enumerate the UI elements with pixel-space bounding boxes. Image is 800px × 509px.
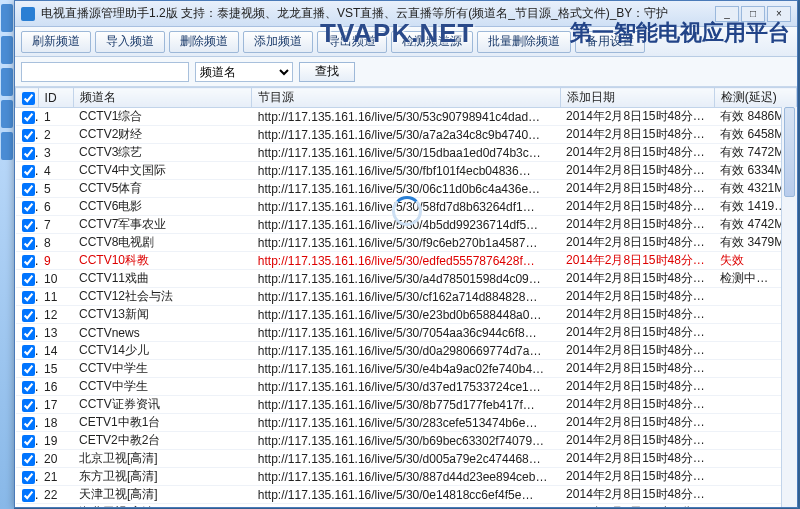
search-input[interactable] [21,62,189,82]
cell-name: CCTV8电视剧 [73,234,252,252]
cell-src: http://117.135.161.16/live/5/30/d76ccb4d… [252,504,560,508]
row-checkbox[interactable] [22,327,35,340]
table-row[interactable]: 23湖北卫视[高清]http://117.135.161.16/live/5/3… [16,504,797,508]
backup-button[interactable]: 备用设置 [575,31,645,53]
cell-date: 2014年2月8日15时48分20秒 [560,342,714,360]
cell-date: 2014年2月8日15时48分19秒 [560,270,714,288]
table-row[interactable]: 14CCTV14少儿http://117.135.161.16/live/5/3… [16,342,797,360]
cell-date: 2014年2月8日15时48分19秒 [560,180,714,198]
row-checkbox[interactable] [22,165,35,178]
row-checkbox[interactable] [22,201,35,214]
batchdel-button[interactable]: 批量删除频道 [477,31,571,53]
table-row[interactable]: 4CCTV4中文国际http://117.135.161.16/live/5/3… [16,162,797,180]
refresh-button[interactable]: 刷新频道 [21,31,91,53]
row-checkbox[interactable] [22,309,35,322]
col-det[interactable]: 检测(延迟) [714,88,796,108]
row-checkbox[interactable] [22,219,35,232]
table-row[interactable]: 12CCTV13新闻http://117.135.161.16/live/5/3… [16,306,797,324]
table-row[interactable]: 20北京卫视[高清]http://117.135.161.16/live/5/3… [16,450,797,468]
cell-date: 2014年2月8日15时48分20秒 [560,504,714,508]
cell-id: 18 [38,414,73,432]
row-checkbox[interactable] [22,453,35,466]
close-button[interactable]: × [767,6,791,22]
table-row[interactable]: 13CCTVnewshttp://117.135.161.16/live/5/3… [16,324,797,342]
cell-id: 6 [38,198,73,216]
add-button[interactable]: 添加频道 [243,31,313,53]
search-field-select[interactable]: 频道名 [195,62,293,82]
row-checkbox[interactable] [22,417,35,430]
cell-name: CCTV3综艺 [73,144,252,162]
titlebar[interactable]: 电视直播源管理助手1.2版 支持：泰捷视频、龙龙直播、VST直播、云直播等所有(… [15,1,797,27]
table-row[interactable]: 15CCTV中学生http://117.135.161.16/live/5/30… [16,360,797,378]
detect-button[interactable]: 检测频道源 [391,31,473,53]
table-row[interactable]: 1CCTV1综合http://117.135.161.16/live/5/30/… [16,108,797,126]
row-checkbox[interactable] [22,255,35,268]
delete-button[interactable]: 删除频道 [169,31,239,53]
table-row[interactable]: 9CCTV10科教http://117.135.161.16/live/5/30… [16,252,797,270]
table-row[interactable]: 17CCTV证券资讯http://117.135.161.16/live/5/3… [16,396,797,414]
cell-id: 14 [38,342,73,360]
cell-date: 2014年2月8日15时48分19秒 [560,126,714,144]
cell-src: http://117.135.161.16/live/5/30/fbf101f4… [252,162,560,180]
export-button[interactable]: 导出频道 [317,31,387,53]
main-window: 电视直播源管理助手1.2版 支持：泰捷视频、龙龙直播、VST直播、云直播等所有(… [14,0,798,508]
cell-date: 2014年2月8日15时48分19秒 [560,198,714,216]
cell-src: http://117.135.161.16/live/5/30/d0a29806… [252,342,560,360]
table-row[interactable]: 22天津卫视[高清]http://117.135.161.16/live/5/3… [16,486,797,504]
cell-name: CETV2中教2台 [73,432,252,450]
row-checkbox[interactable] [22,345,35,358]
cell-src: http://117.135.161.16/live/5/30/e23bd0b6… [252,306,560,324]
col-date[interactable]: 添加日期 [560,88,714,108]
cell-id: 13 [38,324,73,342]
row-checkbox[interactable] [22,129,35,142]
row-checkbox[interactable] [22,111,35,124]
vertical-scrollbar[interactable] [781,107,797,507]
cell-name: CCTVnews [73,324,252,342]
select-all-checkbox[interactable] [22,92,35,105]
table-row[interactable]: 8CCTV8电视剧http://117.135.161.16/live/5/30… [16,234,797,252]
import-button[interactable]: 导入频道 [95,31,165,53]
row-checkbox[interactable] [22,291,35,304]
table-row[interactable]: 3CCTV3综艺http://117.135.161.16/live/5/30/… [16,144,797,162]
table-row[interactable]: 5CCTV5体育http://117.135.161.16/live/5/30/… [16,180,797,198]
cell-date: 2014年2月8日15时48分19秒 [560,144,714,162]
cell-id: 5 [38,180,73,198]
row-checkbox[interactable] [22,147,35,160]
cell-id: 12 [38,306,73,324]
table-row[interactable]: 10CCTV11戏曲http://117.135.161.16/live/5/3… [16,270,797,288]
cell-date: 2014年2月8日15时48分19秒 [560,306,714,324]
row-checkbox[interactable] [22,399,35,412]
row-checkbox[interactable] [22,489,35,502]
row-checkbox[interactable] [22,237,35,250]
toolbar: 刷新频道 导入频道 删除频道 添加频道 导出频道 检测频道源 批量删除频道 备用… [15,27,797,57]
minimize-button[interactable]: _ [715,6,739,22]
col-id[interactable]: ID [38,88,73,108]
table-row[interactable]: 11CCTV12社会与法http://117.135.161.16/live/5… [16,288,797,306]
row-checkbox[interactable] [22,381,35,394]
table-row[interactable]: 16CCTV中学生http://117.135.161.16/live/5/30… [16,378,797,396]
table-row[interactable]: 2CCTV2财经http://117.135.161.16/live/5/30/… [16,126,797,144]
cell-name: CCTV4中文国际 [73,162,252,180]
cell-id: 2 [38,126,73,144]
table-row[interactable]: 19CETV2中教2台http://117.135.161.16/live/5/… [16,432,797,450]
cell-name: CCTV2财经 [73,126,252,144]
cell-date: 2014年2月8日15时48分19秒 [560,252,714,270]
table-row[interactable]: 18CETV1中教1台http://117.135.161.16/live/5/… [16,414,797,432]
row-checkbox[interactable] [22,273,35,286]
cell-date: 2014年2月8日15时48分20秒 [560,486,714,504]
col-src[interactable]: 节目源 [252,88,560,108]
maximize-button[interactable]: □ [741,6,765,22]
scrollbar-thumb[interactable] [784,107,795,197]
row-checkbox[interactable] [22,471,35,484]
col-name[interactable]: 频道名 [73,88,252,108]
cell-name: CETV1中教1台 [73,414,252,432]
cell-name: CCTV12社会与法 [73,288,252,306]
row-checkbox[interactable] [22,435,35,448]
row-checkbox[interactable] [22,363,35,376]
cell-id: 20 [38,450,73,468]
cell-src: http://117.135.161.16/live/5/30/887d44d2… [252,468,560,486]
search-button[interactable]: 查找 [299,62,355,82]
table-row[interactable]: 21东方卫视[高清]http://117.135.161.16/live/5/3… [16,468,797,486]
cell-name: 北京卫视[高清] [73,450,252,468]
row-checkbox[interactable] [22,183,35,196]
